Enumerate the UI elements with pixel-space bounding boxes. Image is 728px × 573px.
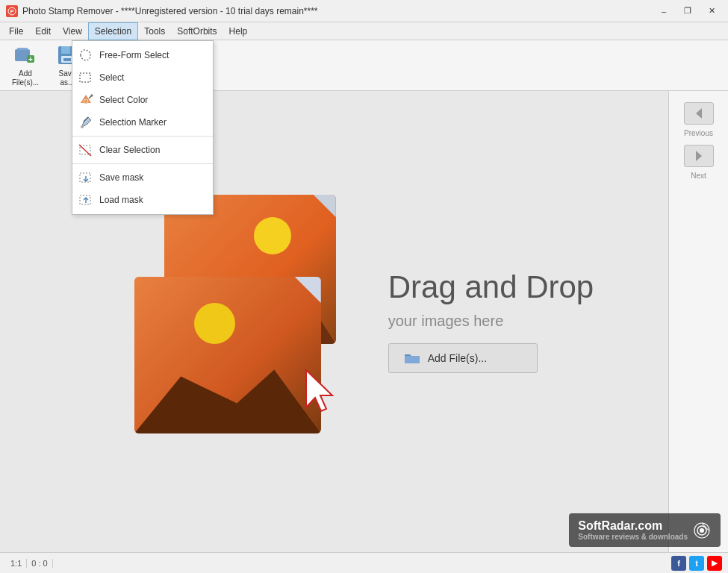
front-mountain [134,366,321,433]
twitter-icon[interactable]: t [689,556,704,571]
clear-selection-icon [78,143,93,157]
cursor-arrow-illustration [299,366,343,426]
titlebar-title: Photo Stamp Remover - ****Unregistered v… [22,6,653,16]
svg-rect-3 [17,48,28,50]
menu-item-save-mask[interactable]: Save mask [72,166,213,189]
statusbar-coords: 0 : 0 [27,559,52,568]
svg-marker-23 [696,108,702,119]
svg-point-25 [700,528,704,533]
menu-view[interactable]: View [57,22,88,40]
menu-item-clear-selection[interactable]: Clear Selection [72,139,213,161]
drop-zone: Drag and Drop your images here Add File(… [134,195,594,448]
svg-rect-7 [61,46,70,54]
svg-rect-13 [80,73,90,82]
add-files-drop-label: Add File(s)... [428,352,487,364]
youtube-icon[interactable]: ▶ [707,556,722,571]
minimize-button[interactable]: – [653,4,674,19]
load-mask-icon [78,192,93,207]
select-color-label: Select Color [99,95,148,105]
menu-item-free-form-select[interactable]: Free-Form Select [72,44,213,66]
menu-help[interactable]: Help [223,22,254,40]
menu-item-selection-marker[interactable]: Selection Marker [72,111,213,134]
next-button[interactable] [684,145,714,167]
menu-file[interactable]: File [3,22,29,40]
free-form-select-icon [78,48,93,63]
svg-text:P: P [10,9,14,14]
svg-marker-24 [696,151,702,161]
menu-item-select[interactable]: Select [72,66,213,89]
right-arrow-icon [691,148,706,163]
add-files-label: AddFile(s)... [12,69,39,87]
select-icon [78,70,93,85]
close-button[interactable]: ✕ [701,4,722,19]
menu-item-load-mask[interactable]: Load mask [72,189,213,211]
drag-drop-subtitle: your images here [388,313,594,330]
save-mask-icon [78,170,93,185]
folder-icon [404,351,420,365]
selection-dropdown: Free-Form Select Select Select Color [72,40,214,215]
nav-panel: Previous Next [668,91,728,552]
watermark: SoftRadar.com Software reviews & downloa… [569,513,721,547]
front-image-content [134,277,321,433]
add-files-drop-button[interactable]: Add File(s)... [388,343,538,373]
watermark-brand: SoftRadar.com [578,519,688,533]
radar-icon [692,521,712,540]
drag-drop-title: Drag and Drop [388,270,594,304]
add-files-icon: + [13,43,37,67]
statusbar-zoom: 1:1 [6,559,27,568]
select-color-icon [78,93,93,107]
next-label: Next [691,172,706,180]
drop-zone-text: Drag and Drop your images here Add File(… [388,270,594,372]
svg-point-14 [84,99,88,104]
free-form-select-label: Free-Form Select [99,50,169,60]
app-icon: P [6,5,18,17]
selection-marker-icon [78,115,93,130]
image-stack-illustration [134,195,343,448]
save-mask-label: Save mask [99,172,143,183]
titlebar: P Photo Stamp Remover - ****Unregistered… [0,0,728,22]
menubar: File Edit View Selection Tools SoftOrbit… [0,22,728,40]
load-mask-label: Load mask [99,195,143,205]
menu-item-select-color[interactable]: Select Color [72,89,213,111]
svg-rect-22 [405,356,420,363]
svg-rect-9 [63,58,71,61]
left-arrow-icon [691,106,706,121]
previous-button[interactable] [684,102,714,125]
menu-separator-1 [72,136,213,137]
menu-separator-2 [72,163,213,164]
back-sun [254,217,291,254]
menu-softorbits[interactable]: SoftOrbits [171,22,223,40]
restore-button[interactable]: ❐ [677,4,698,19]
statusbar-social: f t ▶ [671,556,722,571]
front-image-card [134,277,321,433]
window-controls: – ❐ ✕ [653,4,722,19]
svg-text:+: + [28,55,33,63]
svg-point-16 [81,125,84,128]
menu-edit[interactable]: Edit [29,22,57,40]
watermark-tagline: Software reviews & downloads [578,533,688,541]
svg-rect-20 [80,195,90,204]
menu-tools[interactable]: Tools [138,22,171,40]
previous-label: Previous [684,129,713,137]
menu-selection[interactable]: Selection [88,22,138,40]
statusbar: 1:1 0 : 0 f t ▶ [0,552,728,573]
svg-marker-21 [306,370,332,411]
selection-marker-label: Selection Marker [99,117,167,128]
front-sun [194,303,235,344]
add-files-button[interactable]: + AddFile(s)... [6,44,45,87]
facebook-icon[interactable]: f [671,556,686,571]
select-label: Select [99,72,124,83]
clear-selection-label: Clear Selection [99,145,160,155]
